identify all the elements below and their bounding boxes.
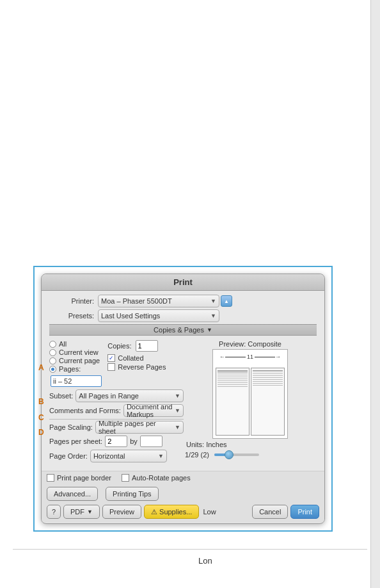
right-arrow: → <box>275 354 281 360</box>
subset-dropdown-arrow: ▼ <box>175 393 180 399</box>
radio-current-view[interactable]: Current view <box>49 348 100 356</box>
bottom-rule <box>13 549 367 550</box>
zoom-slider[interactable] <box>214 453 259 456</box>
print-button[interactable]: Print <box>290 505 319 519</box>
bottom-text: Lon <box>198 556 212 566</box>
printing-tips-button[interactable]: Printing Tips <box>106 487 159 501</box>
bottom-checkboxes: Print page border Auto-Rotate pages <box>47 474 319 483</box>
presets-row: Presets: Last Used Settings ▼ <box>49 309 317 322</box>
printer-label: Printer: <box>49 297 94 305</box>
line9 <box>218 384 248 385</box>
main-content: All Current view Current page <box>49 338 317 467</box>
subset-value: All Pages in Range <box>79 392 175 400</box>
supplies-button[interactable]: ⚠ Supplies... <box>144 505 199 519</box>
page-scaling-select[interactable]: Multiple pages per sheet ▼ <box>95 421 184 434</box>
printer-row: Printer: Moa – Phaser 5500DT ▼ ▲ <box>49 295 317 307</box>
page-mini-left-lines <box>216 368 249 390</box>
presets-value: Last Used Settings <box>101 312 208 320</box>
line1 <box>218 370 248 371</box>
advanced-button[interactable]: Advanced... <box>47 487 98 501</box>
page-mini-left <box>216 368 249 436</box>
radio-current-view-circle[interactable] <box>49 349 56 356</box>
line6 <box>218 379 248 379</box>
annotation-d: D <box>38 428 44 437</box>
page-scaling-dropdown-arrow: ▼ <box>175 424 180 430</box>
by-label: by <box>130 437 138 445</box>
radio-pages[interactable]: Pages: <box>49 365 100 373</box>
rline5 <box>253 377 283 378</box>
pages-input[interactable]: ii – 52 <box>51 375 102 387</box>
printer-dropdown-arrow: ▼ <box>208 298 216 304</box>
print-page-border-checkbox[interactable]: Print page border <box>47 474 111 482</box>
rline9 <box>253 385 283 386</box>
pages-per-sheet-by-input[interactable] <box>140 436 162 447</box>
left-arrow: ← <box>219 354 225 360</box>
page-scaling-label: Page Scaling: <box>49 423 93 431</box>
page-mini-right-lines <box>251 368 284 389</box>
pdf-button[interactable]: PDF ▼ <box>63 505 100 519</box>
dialog-title: Print <box>173 277 193 287</box>
auto-rotate-check-box[interactable] <box>122 474 129 482</box>
line8 <box>218 382 248 383</box>
radio-all[interactable]: All <box>49 340 100 348</box>
help-button[interactable]: ? <box>47 505 61 519</box>
radio-current-page-circle[interactable] <box>49 357 56 364</box>
collated-checkbox[interactable]: ✓ Collated <box>107 354 166 362</box>
rline2 <box>253 372 283 372</box>
page-order-value: Horizontal <box>93 452 158 460</box>
collated-check-box[interactable]: ✓ <box>107 354 115 362</box>
presets-label: Presets: <box>49 312 94 320</box>
subset-select[interactable]: All Pages in Range ▼ <box>75 389 184 402</box>
print-page-border-check-box[interactable] <box>47 474 54 482</box>
dialog-body: Printer: Moa – Phaser 5500DT ▼ ▲ Presets… <box>42 291 324 471</box>
printer-value: Moa – Phaser 5500DT <box>101 297 208 305</box>
copies-label: Copies: <box>107 342 131 350</box>
scrollbar[interactable] <box>370 0 380 588</box>
copies-input[interactable]: 1 <box>136 340 158 352</box>
radio-pages-circle[interactable] <box>49 366 56 373</box>
pages-per-sheet-label: Pages per sheet: <box>49 437 102 445</box>
dim-line-top2 <box>255 357 275 357</box>
comments-row: Comments and Forms: Document and Markups… <box>49 404 184 417</box>
rline3 <box>253 373 283 374</box>
preview-button[interactable]: Preview <box>102 505 141 519</box>
page-mini-right <box>251 368 285 436</box>
slider-thumb[interactable] <box>225 450 234 459</box>
pages-per-sheet-input[interactable]: 2 <box>105 436 127 447</box>
dialog-outer-container: Print Printer: Moa – Phaser 5500DT ▼ ▲ P… <box>33 266 333 532</box>
comments-label: Comments and Forms: <box>49 407 121 414</box>
radio-current-page[interactable]: Current page <box>49 357 100 364</box>
page-order-select[interactable]: Horizontal ▼ <box>90 450 167 462</box>
comments-select[interactable]: Document and Markups ▼ <box>123 404 184 417</box>
copies-area: All Current view Current page <box>49 340 184 373</box>
line3 <box>218 373 248 373</box>
printer-select[interactable]: Moa – Phaser 5500DT ▼ <box>98 295 219 307</box>
printer-arrow-button[interactable]: ▲ <box>221 295 232 307</box>
left-column: All Current view Current page <box>49 340 184 464</box>
rline7 <box>253 381 283 382</box>
bottom-buttons-row: ? PDF ▼ Preview ⚠ Supplies... Low Cancel… <box>47 505 319 519</box>
comments-value: Document and Markups <box>127 403 175 418</box>
cancel-button[interactable]: Cancel <box>252 505 288 519</box>
bottom-area: Print page border Auto-Rotate pages Adva… <box>42 471 324 523</box>
section-divider[interactable]: Copies & Pages ▼ <box>49 324 317 336</box>
radio-all-circle[interactable] <box>49 341 56 348</box>
reverse-pages-checkbox[interactable]: Reverse Pages <box>107 363 166 371</box>
dim-width-label: 11 <box>246 354 255 360</box>
rline4 <box>253 375 283 376</box>
annotation-b: B <box>38 397 44 406</box>
reverse-pages-check-box[interactable] <box>107 363 115 371</box>
preview-box: ← 11 → 8.5 <box>212 349 288 439</box>
rline1 <box>253 370 283 371</box>
auto-rotate-checkbox[interactable]: Auto-Rotate pages <box>122 474 191 482</box>
presets-dropdown-arrow: ▼ <box>208 313 216 319</box>
right-column: Preview: Composite ← 11 → 8.5 <box>184 340 317 464</box>
dialog-title-bar: Print <box>42 274 324 291</box>
line10 <box>218 386 248 387</box>
rline8 <box>253 383 283 384</box>
page-preview-area <box>216 368 285 436</box>
pages-input-row: ii – 52 <box>51 375 184 387</box>
pdf-dropdown-arrow: ▼ <box>87 509 93 515</box>
subset-label: Subset: <box>49 392 73 400</box>
presets-select[interactable]: Last Used Settings ▼ <box>98 309 219 322</box>
